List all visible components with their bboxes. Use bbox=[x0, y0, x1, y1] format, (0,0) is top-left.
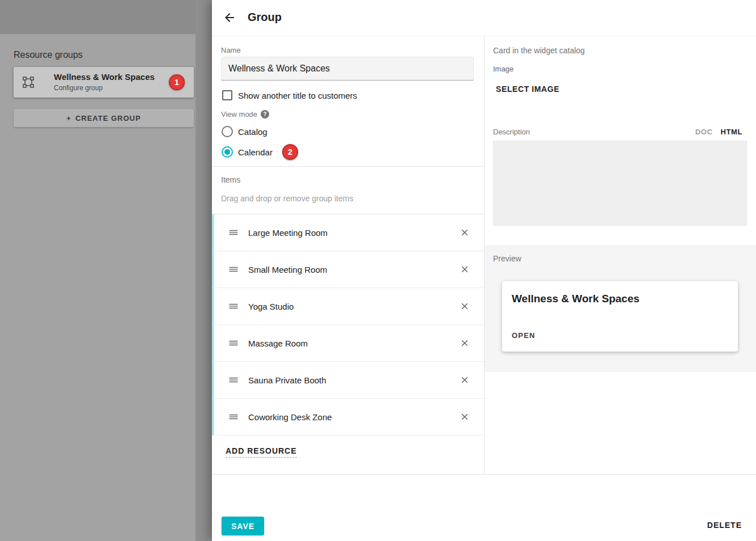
group-card-subtitle: Configure group bbox=[54, 84, 103, 92]
description-label: Description bbox=[493, 128, 530, 136]
add-resource-button[interactable]: ADD RESOURCE bbox=[226, 446, 297, 458]
group-card-title: Wellness & Work Spaces bbox=[54, 72, 155, 82]
list-item: Yoga Studio bbox=[212, 288, 483, 325]
item-label: Large Meeting Room bbox=[248, 228, 328, 238]
open-button[interactable]: OPEN bbox=[512, 331, 536, 340]
divider bbox=[212, 166, 484, 167]
items-hint: Drag and drop or remove group items bbox=[221, 194, 353, 203]
items-label: Items bbox=[221, 175, 240, 184]
arrow-back-icon bbox=[223, 11, 236, 24]
widget-catalog-label: Card in the widget catalog bbox=[493, 46, 585, 55]
page-title: Group bbox=[248, 11, 282, 24]
radio-calendar[interactable]: Calendar 2 bbox=[222, 144, 298, 160]
app-header-dimmed bbox=[0, 0, 196, 34]
radio-catalog[interactable]: Catalog bbox=[222, 126, 267, 137]
checkbox-icon bbox=[222, 90, 232, 100]
back-button[interactable] bbox=[222, 10, 237, 26]
annotation-badge-1: 1 bbox=[169, 74, 185, 90]
select-image-button[interactable]: SELECT IMAGE bbox=[496, 84, 559, 94]
group-icon bbox=[22, 75, 35, 89]
item-label: Massage Room bbox=[248, 339, 308, 348]
name-label: Name bbox=[221, 46, 241, 54]
radio-catalog-label: Catalog bbox=[238, 127, 267, 137]
annotation-badge-2: 2 bbox=[282, 144, 298, 160]
radio-unchecked-icon bbox=[222, 126, 233, 137]
create-group-label: CREATE GROUP bbox=[75, 114, 141, 122]
close-icon[interactable] bbox=[460, 301, 470, 311]
preview-label: Preview bbox=[493, 254, 521, 263]
create-group-button[interactable]: + CREATE GROUP bbox=[14, 109, 194, 127]
item-label: Yoga Studio bbox=[248, 302, 294, 311]
doc-toggle[interactable]: DOC bbox=[695, 128, 713, 136]
group-card[interactable]: Wellness & Work Spaces Configure group 1 bbox=[14, 67, 194, 98]
drag-handle-icon[interactable] bbox=[228, 301, 239, 312]
drag-handle-icon[interactable] bbox=[228, 411, 239, 422]
html-toggle[interactable]: HTML bbox=[721, 128, 743, 136]
checkbox-label: Show another title to customers bbox=[238, 91, 357, 100]
preview-section: Preview Wellness & Work Spaces OPEN bbox=[485, 245, 756, 372]
show-another-title-checkbox[interactable]: Show another title to customers bbox=[222, 90, 357, 100]
save-button[interactable]: SAVE bbox=[222, 517, 264, 535]
group-items-list: Large Meeting Room Small Meeting Room Yo bbox=[212, 214, 483, 436]
group-edit-panel: Group Name Show another title to custome… bbox=[212, 0, 756, 541]
description-mode-toggles: DOC HTML bbox=[695, 128, 742, 136]
item-label: Coworking Desk Zone bbox=[248, 412, 332, 422]
delete-button[interactable]: DELETE bbox=[707, 521, 742, 530]
view-mode-row: View mode ? bbox=[221, 110, 269, 119]
item-label: Sauna Private Booth bbox=[248, 375, 326, 385]
drag-handle-icon[interactable] bbox=[228, 227, 239, 238]
drag-handle-icon[interactable] bbox=[228, 264, 239, 275]
close-icon[interactable] bbox=[460, 412, 470, 422]
list-item: Small Meeting Room bbox=[212, 251, 483, 288]
list-item: Large Meeting Room bbox=[212, 214, 483, 251]
close-icon[interactable] bbox=[460, 338, 470, 348]
panel-header: Group bbox=[212, 0, 756, 36]
preview-card: Wellness & Work Spaces OPEN bbox=[502, 281, 738, 352]
plus-icon: + bbox=[66, 114, 71, 122]
list-item: Sauna Private Booth bbox=[212, 362, 483, 399]
item-label: Small Meeting Room bbox=[248, 265, 327, 274]
name-input[interactable] bbox=[221, 57, 474, 81]
radio-checked-icon bbox=[222, 146, 233, 158]
description-textarea[interactable] bbox=[493, 141, 747, 226]
help-icon[interactable]: ? bbox=[261, 110, 269, 119]
view-mode-label: View mode bbox=[221, 110, 257, 119]
image-label: Image bbox=[493, 65, 513, 73]
sidebar-title: Resource groups bbox=[14, 50, 83, 60]
footer-divider bbox=[212, 474, 756, 475]
list-item: Massage Room bbox=[212, 325, 483, 362]
close-icon[interactable] bbox=[460, 375, 470, 385]
radio-calendar-label: Calendar bbox=[238, 147, 273, 157]
screen: Resource groups Wellness & Work Spaces C… bbox=[0, 0, 756, 541]
close-icon[interactable] bbox=[460, 264, 470, 274]
drag-handle-icon[interactable] bbox=[228, 374, 239, 386]
close-icon[interactable] bbox=[460, 227, 470, 238]
resource-groups-sidebar: Resource groups Wellness & Work Spaces C… bbox=[0, 0, 196, 541]
drag-handle-icon[interactable] bbox=[228, 337, 239, 349]
list-item: Coworking Desk Zone bbox=[212, 399, 483, 436]
preview-card-title: Wellness & Work Spaces bbox=[512, 293, 639, 305]
